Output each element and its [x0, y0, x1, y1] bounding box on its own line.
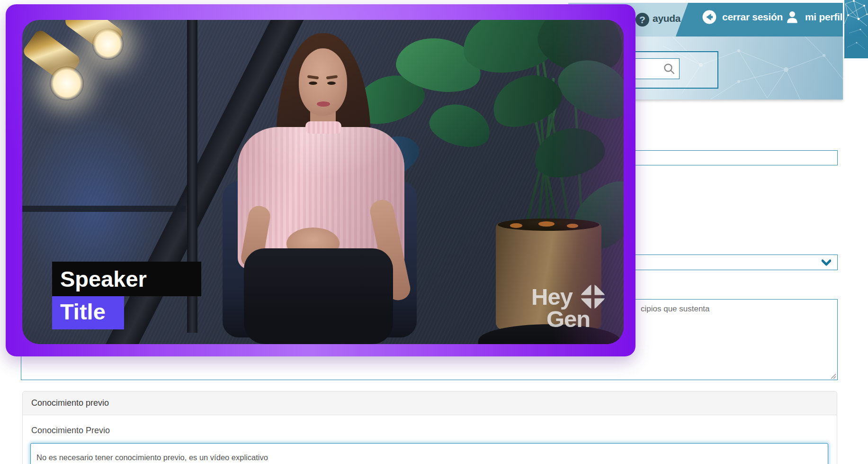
section-header: Conocimiento previo	[23, 391, 837, 415]
logout-icon	[702, 10, 716, 24]
lamp-glow	[92, 28, 124, 60]
horizontal-rail	[22, 206, 186, 212]
chevron-down-icon	[822, 259, 831, 266]
textarea-text: cipios que sustenta	[641, 304, 710, 314]
presenter-face	[299, 48, 347, 116]
heygen-watermark: Hey Gen	[531, 285, 613, 335]
section-title: Conocimiento previo	[31, 398, 109, 408]
logout-label: cerrar sesión	[722, 11, 783, 23]
conocimiento-previo-section: Conocimiento previo Conocimiento Previo	[22, 391, 837, 464]
speaker-name-box: Speaker	[52, 262, 201, 296]
conocimiento-previo-label: Conocimiento Previo	[31, 426, 110, 436]
help-button[interactable]: ? ayuda	[635, 3, 680, 36]
video-frame: Speaker Title Hey Gen	[22, 20, 624, 344]
conocimiento-previo-input[interactable]	[30, 443, 828, 464]
help-icon: ?	[635, 13, 649, 27]
heygen-text-top: Hey	[531, 285, 573, 309]
video-player-overlay[interactable]: Speaker Title Hey Gen	[6, 4, 635, 356]
profile-icon	[785, 10, 799, 24]
logout-button[interactable]: cerrar sesión	[702, 0, 783, 34]
help-label: ayuda	[653, 13, 680, 24]
profile-label: mi perfil	[805, 11, 842, 23]
profile-button[interactable]: mi perfil	[785, 0, 842, 34]
search-icon	[663, 63, 675, 75]
heygen-logo-icon	[578, 282, 608, 312]
lamp-glow	[50, 66, 84, 100]
speaker-title-box: Title	[52, 296, 124, 329]
resize-handle-icon[interactable]	[830, 373, 836, 379]
network-graphic	[844, 0, 868, 58]
